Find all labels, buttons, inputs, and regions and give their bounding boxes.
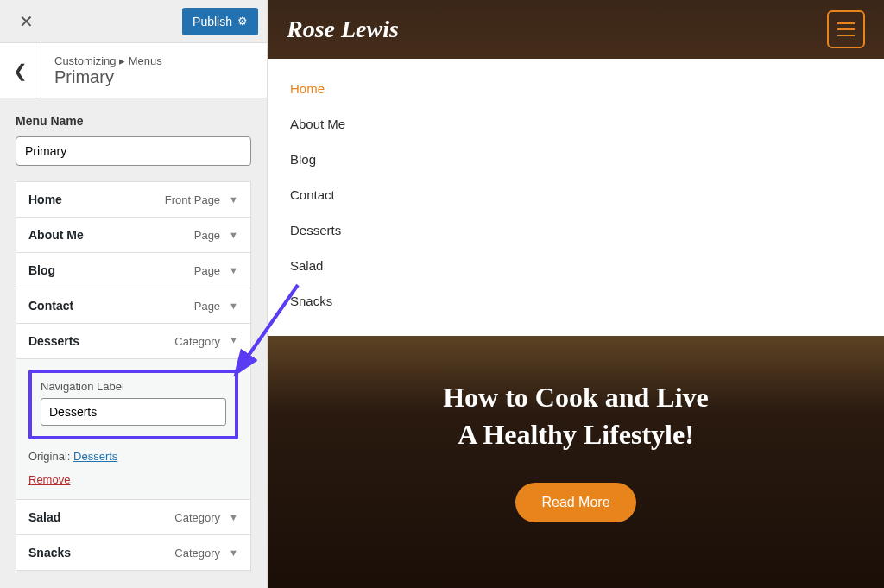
read-more-button[interactable]: Read More bbox=[515, 483, 635, 522]
original-row: Original: Desserts bbox=[28, 450, 238, 463]
original-link[interactable]: Desserts bbox=[73, 450, 117, 463]
nav-item-snacks[interactable]: Snacks bbox=[290, 283, 862, 319]
hero-section: How to Cook and Live A Healthy Lifestyle… bbox=[268, 336, 884, 522]
nav-item-about-me[interactable]: About Me bbox=[290, 106, 862, 142]
breadcrumb-title: Primary bbox=[54, 67, 162, 87]
menu-item-expanded-panel: Navigation Label Original: Desserts Remo… bbox=[16, 359, 250, 500]
close-customizer-button[interactable]: ✕ bbox=[9, 0, 43, 43]
navigation-label-text: Navigation Label bbox=[41, 380, 226, 393]
publish-button[interactable]: Publish ⚙ bbox=[182, 8, 258, 35]
menu-item-snacks[interactable]: Snacks Category ▼ bbox=[16, 535, 250, 570]
customizer-panel: ✕ Publish ⚙ ❮ Customizing ▸ Menus Primar… bbox=[0, 0, 268, 588]
preview-header: Rose Lewis bbox=[268, 0, 884, 59]
customizer-header: ✕ Publish ⚙ bbox=[0, 0, 267, 43]
remove-link[interactable]: Remove bbox=[28, 473, 70, 486]
chevron-down-icon: ▼ bbox=[229, 300, 238, 311]
nav-item-home[interactable]: Home bbox=[290, 71, 862, 106]
chevron-down-icon: ▼ bbox=[229, 547, 238, 558]
customizer-body: Menu Name Home Front Page ▼ About Me Pag… bbox=[0, 98, 267, 586]
site-preview: Rose Lewis Home About Me Blog Contact De… bbox=[268, 0, 884, 588]
menu-item-salad[interactable]: Salad Category ▼ bbox=[16, 500, 250, 535]
nav-item-desserts[interactable]: Desserts bbox=[290, 212, 862, 248]
breadcrumb-path: Customizing ▸ Menus bbox=[54, 54, 162, 67]
menu-name-input[interactable] bbox=[16, 136, 251, 166]
chevron-down-icon: ▼ bbox=[229, 512, 238, 522]
menu-items-list: Home Front Page ▼ About Me Page ▼ Blog P… bbox=[16, 181, 251, 571]
menu-item-contact[interactable]: Contact Page ▼ bbox=[16, 288, 250, 324]
gear-icon: ⚙ bbox=[237, 15, 248, 28]
menu-item-desserts[interactable]: Desserts Category ▲ bbox=[16, 324, 250, 359]
menu-name-label: Menu Name bbox=[16, 114, 251, 128]
nav-item-salad[interactable]: Salad bbox=[290, 248, 862, 283]
navigation-label-highlight: Navigation Label bbox=[28, 370, 238, 439]
chevron-down-icon: ▼ bbox=[229, 230, 238, 240]
chevron-down-icon: ▼ bbox=[229, 194, 238, 205]
site-title: Rose Lewis bbox=[287, 16, 399, 43]
chevron-up-icon: ▲ bbox=[229, 336, 238, 346]
breadcrumb-row: ❮ Customizing ▸ Menus Primary bbox=[0, 43, 267, 98]
chevron-down-icon: ▼ bbox=[229, 265, 238, 275]
menu-item-about-me[interactable]: About Me Page ▼ bbox=[16, 218, 250, 253]
preview-nav: Home About Me Blog Contact Desserts Sala… bbox=[268, 59, 884, 336]
nav-item-blog[interactable]: Blog bbox=[290, 142, 862, 177]
back-button[interactable]: ❮ bbox=[0, 43, 41, 98]
navigation-label-input[interactable] bbox=[41, 398, 226, 426]
menu-item-blog[interactable]: Blog Page ▼ bbox=[16, 253, 250, 288]
publish-label: Publish bbox=[193, 15, 232, 28]
nav-item-contact[interactable]: Contact bbox=[290, 177, 862, 212]
hamburger-menu-button[interactable] bbox=[827, 10, 865, 48]
hero-heading: How to Cook and Live A Healthy Lifestyle… bbox=[268, 379, 884, 453]
hamburger-icon bbox=[837, 22, 855, 24]
breadcrumb: Customizing ▸ Menus Primary bbox=[41, 54, 162, 87]
menu-item-home[interactable]: Home Front Page ▼ bbox=[16, 182, 250, 218]
